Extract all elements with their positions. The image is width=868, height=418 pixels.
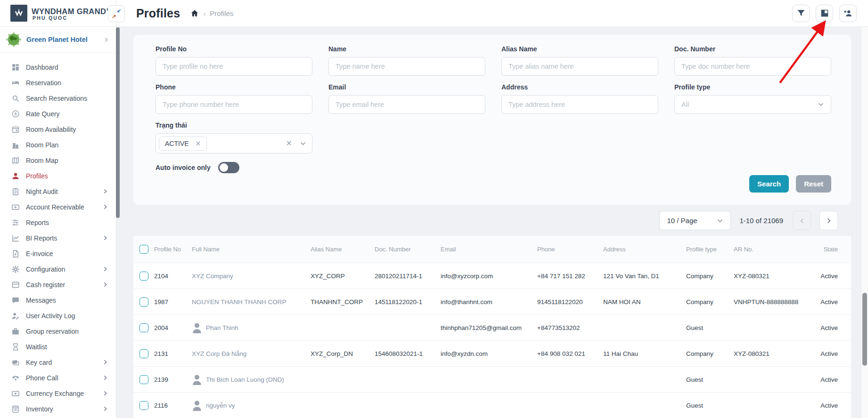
auto-invoice-label: Auto invoice only — [156, 164, 211, 171]
sidebar-item-dashboard[interactable]: Dashboard — [0, 59, 116, 75]
sidebar-item-label: Dashboard — [26, 64, 108, 71]
page-size-select[interactable]: 10 / Page — [659, 211, 731, 230]
sidebar-item-phone-call[interactable]: Phone Call — [0, 370, 116, 386]
header-actions — [792, 5, 857, 22]
status-multiselect[interactable]: ACTIVE ✕ ✕ — [156, 133, 312, 153]
row-checkbox[interactable] — [139, 272, 148, 281]
profile-name-link[interactable]: XYZ Company — [192, 273, 233, 280]
sidebar-item-cash-register[interactable]: Cash register — [0, 277, 116, 292]
row-checkbox[interactable] — [139, 349, 148, 358]
sidebar-item-bi-reports[interactable]: BI Reports — [0, 230, 116, 246]
table-row[interactable]: 1987NGUYEN THANH THANH CORPTHANHNT_CORP1… — [133, 289, 851, 315]
table-row[interactable]: 2116nguyễn vyGuestActive — [133, 393, 851, 418]
column-header-full-name: Full Name — [192, 246, 311, 253]
clear-select-icon[interactable]: ✕ — [286, 139, 292, 148]
table-row[interactable]: 2104XYZ CompanyXYZ_CORP280120211714-1inf… — [133, 263, 851, 289]
sidebar-item-inventory[interactable]: Inventory — [0, 401, 116, 417]
profile-name-link[interactable]: nguyễn vy — [206, 402, 235, 409]
doc-cell: 154608032021-1 — [375, 350, 441, 357]
sidebar-item-room-plan[interactable]: Room Plan — [0, 137, 116, 153]
sidebar-item-night-audit[interactable]: Night Audit — [0, 184, 116, 199]
sidebar-item-profiles[interactable]: Profiles — [0, 168, 116, 184]
clipboard-icon — [11, 187, 20, 196]
chevron-right-icon — [102, 204, 108, 210]
grid-view-button[interactable] — [816, 5, 833, 22]
row-checkbox[interactable] — [139, 375, 148, 384]
sidebar-item-configuration[interactable]: Configuration — [0, 261, 116, 277]
sidebar-item-reservation[interactable]: Reservation — [0, 75, 116, 90]
collapse-arrow-icon: ↗ — [112, 14, 116, 19]
sidebar-item-waitlist[interactable]: Waitlist — [0, 339, 116, 354]
sidebar-item-currency-exchange[interactable]: Currency Exchange — [0, 386, 116, 401]
sidebar-item-room-map[interactable]: Room Map — [0, 153, 116, 168]
sidebar-scrollbar-thumb[interactable] — [116, 27, 120, 218]
sidebar-item-key-card[interactable]: Key card — [0, 354, 116, 370]
sidebar-item-messages[interactable]: Messages — [0, 292, 116, 308]
add-profile-button[interactable] — [839, 5, 857, 22]
sidebar-item-label: Cash register — [26, 281, 96, 289]
profile-name-link[interactable]: Thi Bich Loan Luong (DND) — [206, 376, 284, 383]
profile-no-cell: 2131 — [154, 350, 192, 357]
profile-name-link[interactable]: XYZ Corp Đà Nẵng — [192, 350, 246, 357]
sidebar-item-e-invoice[interactable]: E-invoice — [0, 246, 116, 261]
doc-number-input[interactable] — [674, 57, 831, 76]
table-row[interactable]: 2004Phan Thinhthinhphan71205@gmail.com+8… — [133, 315, 851, 341]
auto-invoice-toggle[interactable] — [218, 162, 239, 173]
column-header-doc-number: Doc. Number — [375, 246, 441, 253]
filter-field-alias-name: Alias Name — [501, 45, 658, 76]
sidebar-item-reports[interactable]: Reports — [0, 215, 116, 230]
table-row[interactable]: 2131XYZ Corp Đà NẵngXYZ_Corp_DN154608032… — [133, 341, 851, 367]
profile-type-select[interactable]: All — [674, 95, 831, 114]
chevron-down-icon — [717, 217, 723, 224]
search-button[interactable]: Search — [749, 175, 789, 193]
profile-name-link[interactable]: Phan Thinh — [206, 324, 238, 331]
sidebar-item-label: Room Map — [26, 157, 108, 164]
sidebar-collapse-button[interactable]: ↙ ↗ — [108, 5, 125, 22]
row-checkbox[interactable] — [139, 297, 148, 306]
sidebar-item-room-availability[interactable]: Room Availability — [0, 121, 116, 137]
prev-page-button[interactable] — [793, 211, 811, 230]
page-scrollbar[interactable] — [861, 27, 868, 418]
sidebar-item-account-receivable[interactable]: Account Receivable — [0, 199, 116, 215]
profiles-table: Profile NoFull NameAlias NameDoc. Number… — [133, 236, 851, 418]
sidebar-item-search-reservations[interactable]: Search Reservations — [0, 90, 116, 106]
chevron-down-icon[interactable] — [300, 140, 306, 147]
collapse-arrow-icon: ↙ — [117, 8, 121, 13]
alias-cell: XYZ_CORP — [311, 273, 375, 280]
home-icon[interactable] — [190, 9, 199, 17]
hotel-selector[interactable]: Green Planet Hotel — [0, 27, 116, 53]
sidebar-menu: DashboardReservationSearch ReservationsR… — [0, 53, 116, 417]
wyndham-logo-icon — [10, 5, 27, 22]
row-checkbox[interactable] — [139, 401, 148, 410]
chevron-right-icon — [102, 406, 108, 412]
sidebar-item-group-reservation[interactable]: Group reservation — [0, 323, 116, 339]
profile-no-input[interactable] — [156, 57, 312, 76]
address-input[interactable] — [501, 95, 658, 114]
sidebar-item-user-activity-log[interactable]: User Activity Log — [0, 308, 116, 323]
auto-invoice-row: Auto invoice only — [156, 162, 831, 173]
sidebar-item-rate-query[interactable]: Rate Query — [0, 106, 116, 121]
remove-tag-icon[interactable]: ✕ — [196, 140, 201, 147]
filter-button[interactable] — [792, 5, 810, 22]
alias-name-input[interactable] — [501, 57, 658, 76]
sidebar-item-label: Profiles — [26, 172, 108, 180]
pagination: 10 / Page 1-10 of 21069 — [133, 211, 838, 230]
useract-icon — [11, 312, 20, 320]
next-page-button[interactable] — [819, 211, 838, 230]
field-label: Profile No — [156, 45, 312, 53]
page-scrollbar-thumb[interactable] — [862, 293, 867, 366]
row-checkbox[interactable] — [139, 323, 148, 332]
phone-input[interactable] — [156, 95, 312, 114]
name-input[interactable] — [328, 57, 485, 76]
email-input[interactable] — [328, 95, 485, 114]
avatar-icon — [192, 400, 202, 411]
status-tag-label: ACTIVE — [165, 140, 189, 147]
reset-button[interactable]: Reset — [796, 175, 831, 193]
select-all-checkbox[interactable] — [139, 245, 148, 254]
ar-no-cell: VNHPTUN-888888888 — [734, 298, 811, 305]
profile-name-link[interactable]: NGUYEN THANH THANH CORP — [192, 298, 287, 305]
profile-type-value: All — [681, 101, 689, 108]
table-row[interactable]: 2139Thi Bich Loan Luong (DND)GuestActive — [133, 367, 851, 393]
gear-icon — [11, 265, 20, 273]
ar-no-cell: XYZ-080321 — [734, 350, 811, 357]
